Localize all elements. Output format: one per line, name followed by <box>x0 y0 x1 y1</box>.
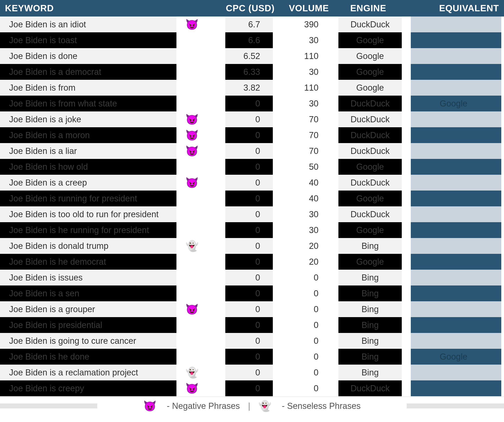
table-row: Joe Biden is creepy😈00DuckDuck <box>0 381 504 396</box>
equivalent-cell <box>411 159 501 175</box>
keyword-cell: Joe Biden is donald trump <box>0 238 176 254</box>
cpc-cell: 0 <box>225 127 273 143</box>
keyword-cell: Joe Biden is he running for president <box>0 222 176 238</box>
cpc-cell: 0 <box>225 175 273 191</box>
volume-cell: 0 <box>282 317 329 333</box>
equivalent-cell <box>411 80 501 96</box>
table-row: Joe Biden is a sen00Bing <box>0 286 504 301</box>
header-keyword[interactable]: KEYWORD <box>0 0 216 17</box>
volume-cell: 30 <box>282 96 329 111</box>
keyword-cell: Joe Biden is done <box>0 48 176 64</box>
keyword-cell: Joe Biden is a liar <box>0 143 176 159</box>
equivalent-cell <box>411 127 501 143</box>
table-row: Joe Biden is too old to run for presiden… <box>0 206 504 222</box>
equivalent-cell <box>411 191 501 206</box>
volume-cell: 0 <box>282 301 329 317</box>
keyword-cell: Joe Biden is from what state <box>0 96 176 111</box>
table-header: KEYWORD CPC (USD) VOLUME ENGINE EQUIVALE… <box>0 0 504 17</box>
equivalent-cell <box>411 381 501 396</box>
engine-cell: DuckDuck <box>338 111 402 127</box>
cpc-cell: 0 <box>225 222 273 238</box>
volume-cell: 0 <box>282 333 329 349</box>
keyword-cell: Joe Biden is a joke <box>0 111 176 127</box>
cpc-cell: 0 <box>225 254 273 270</box>
volume-cell: 70 <box>282 127 329 143</box>
keyword-cell: Joe Biden is a creep <box>0 175 176 191</box>
cpc-cell: 0 <box>225 96 273 111</box>
equivalent-cell <box>411 254 501 270</box>
devil-icon: 😈 <box>186 304 198 314</box>
cpc-cell: 0 <box>225 143 273 159</box>
equivalent-cell <box>411 238 501 254</box>
volume-cell: 0 <box>282 270 329 286</box>
keyword-cell: Joe Biden is running for president <box>0 191 176 206</box>
keyword-cell: Joe Biden is creepy <box>0 381 176 396</box>
devil-icon: 😈 <box>144 401 156 411</box>
devil-icon: 😈 <box>186 19 198 29</box>
equivalent-cell <box>411 301 501 317</box>
header-cpc[interactable]: CPC (USD) <box>216 0 280 17</box>
table-row: Joe Biden is a moron😈070DuckDuck <box>0 127 504 143</box>
equivalent-cell <box>411 64 501 80</box>
cpc-cell: 6.52 <box>225 48 273 64</box>
legend-senseless: - Senseless Phrases <box>279 401 360 411</box>
table-row: Joe Biden is he running for president030… <box>0 222 504 238</box>
engine-cell: Google <box>338 191 402 206</box>
cpc-cell: 6.7 <box>225 17 273 32</box>
legend: 😈 - Negative Phrases | 👻 - Senseless Phr… <box>0 396 504 415</box>
engine-cell: Google <box>338 64 402 80</box>
engine-cell: Google <box>338 222 402 238</box>
volume-cell: 110 <box>282 80 329 96</box>
engine-cell: Bing <box>338 238 402 254</box>
volume-cell: 40 <box>282 175 329 191</box>
table-row: Joe Biden is he done00BingGoogle <box>0 349 504 365</box>
engine-cell: DuckDuck <box>338 127 402 143</box>
equivalent-cell <box>411 143 501 159</box>
header-volume[interactable]: VOLUME <box>280 0 334 17</box>
legend-separator: | <box>248 401 250 411</box>
engine-cell: Google <box>338 254 402 270</box>
devil-icon: 😈 <box>186 130 198 140</box>
cpc-cell: 0 <box>225 206 273 222</box>
table-row: Joe Biden is from3.82110Google <box>0 80 504 96</box>
header-equivalent[interactable]: EQUIVALENT <box>403 0 504 17</box>
engine-cell: Google <box>338 32 402 48</box>
cpc-cell: 0 <box>225 159 273 175</box>
tag-icon: 😈 <box>176 177 207 188</box>
engine-cell: Bing <box>338 286 402 301</box>
cpc-cell: 0 <box>225 111 273 127</box>
table-row: Joe Biden is a grouper😈00Bing <box>0 301 504 317</box>
table-row: Joe Biden is going to cure cancer00Bing <box>0 333 504 349</box>
table-row: Joe Biden is from what state030DuckDuckG… <box>0 96 504 111</box>
equivalent-cell: Google <box>411 96 501 111</box>
cpc-cell: 0 <box>225 333 273 349</box>
keyword-cell: Joe Biden is an idiot <box>0 17 176 32</box>
table-row: Joe Biden is done6.52110Google <box>0 48 504 64</box>
keyword-cell: Joe Biden is how old <box>0 159 176 175</box>
volume-cell: 390 <box>282 17 329 32</box>
table-row: Joe Biden is presidential00Bing <box>0 317 504 333</box>
volume-cell: 20 <box>282 254 329 270</box>
volume-cell: 30 <box>282 32 329 48</box>
equivalent-cell <box>411 333 501 349</box>
keyword-cell: Joe Biden is going to cure cancer <box>0 333 176 349</box>
volume-cell: 70 <box>282 143 329 159</box>
tag-icon: 😈 <box>176 383 207 393</box>
cpc-cell: 0 <box>225 365 273 381</box>
cpc-cell: 3.82 <box>225 80 273 96</box>
cpc-cell: 0 <box>225 191 273 206</box>
table-row: Joe Biden is toast6.630Google <box>0 32 504 48</box>
keyword-cell: Joe Biden is from <box>0 80 176 96</box>
table-row: Joe Biden is he democrat020Google <box>0 254 504 270</box>
devil-icon: 😈 <box>186 146 198 156</box>
engine-cell: Bing <box>338 365 402 381</box>
table-row: Joe Biden is an idiot😈6.7390DuckDuck <box>0 17 504 32</box>
engine-cell: DuckDuck <box>338 206 402 222</box>
tag-icon: 👻 <box>176 367 207 378</box>
equivalent-cell <box>411 48 501 64</box>
volume-cell: 0 <box>282 349 329 365</box>
keyword-cell: Joe Biden is presidential <box>0 317 176 333</box>
keyword-cell: Joe Biden is a sen <box>0 286 176 301</box>
table-row: Joe Biden is running for president040Goo… <box>0 191 504 206</box>
header-engine[interactable]: ENGINE <box>334 0 403 17</box>
